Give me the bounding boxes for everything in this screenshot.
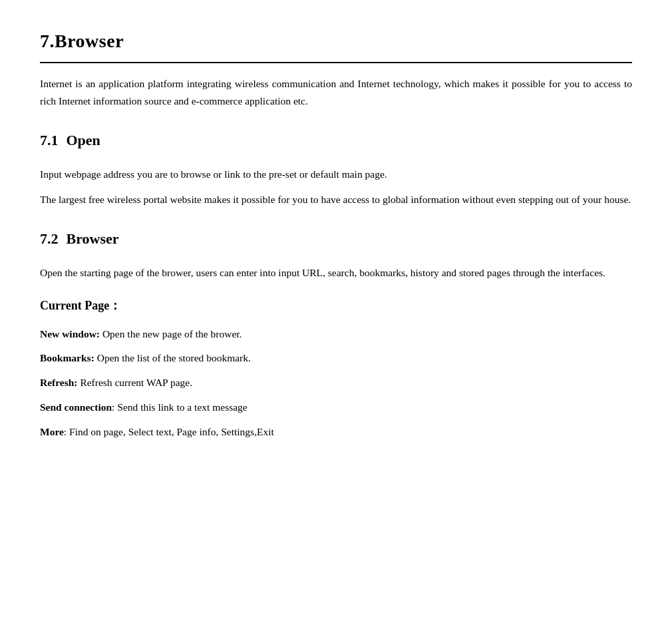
section-7-1: 7.1Open Input webpage address you are to… <box>40 128 632 208</box>
menu-item-send-connection: Send connection: Send this link to a tex… <box>40 399 632 416</box>
section-7-1-para-1: Input webpage address you are to browse … <box>40 166 632 183</box>
menu-item-more: More: Find on page, Select text, Page in… <box>40 424 632 441</box>
section-7-1-title: 7.1Open <box>40 128 632 152</box>
intro-paragraph: Internet is an application platform inte… <box>40 75 632 110</box>
section-7-2-para-1: Open the starting page of the brower, us… <box>40 264 632 282</box>
section-7-2: 7.2Browser Open the starting page of the… <box>40 227 632 282</box>
section-7-1-para-2: The largest free wireless portal website… <box>40 191 632 208</box>
section-7-2-title: 7.2Browser <box>40 227 632 250</box>
menu-item-bookmarks: Bookmarks: Open the list of the stored b… <box>40 350 632 367</box>
current-page-heading: Current Page： <box>40 296 632 315</box>
more-text: : Find on page, Select text, Page info, … <box>64 426 274 437</box>
more-label: More <box>40 426 64 437</box>
send-connection-label: Send connection <box>40 401 112 413</box>
title-text: Browser <box>55 31 124 51</box>
section-7-1-label: Open <box>67 132 100 148</box>
new-window-label: New window: <box>40 328 100 339</box>
new-window-text: Open the new page of the brower. <box>100 328 242 339</box>
bookmarks-text: Open the list of the stored bookmark. <box>94 352 251 363</box>
menu-item-refresh: Refresh: Refresh current WAP page. <box>40 375 632 391</box>
bookmarks-label: Bookmarks: <box>40 352 94 363</box>
section-7-1-num: 7.1 <box>40 132 59 148</box>
menu-item-new-window: New window: Open the new page of the bro… <box>40 326 632 343</box>
current-page-section: Current Page： New window: Open the new p… <box>40 296 632 441</box>
page-title: 7.Browser <box>40 27 632 63</box>
refresh-text: Refresh current WAP page. <box>78 377 193 388</box>
section-7-2-label: Browser <box>67 230 119 247</box>
title-number: 7. <box>40 31 55 51</box>
send-connection-text: : Send this link to a text message <box>112 401 248 413</box>
refresh-label: Refresh: <box>40 377 78 388</box>
section-7-2-num: 7.2 <box>40 230 59 247</box>
